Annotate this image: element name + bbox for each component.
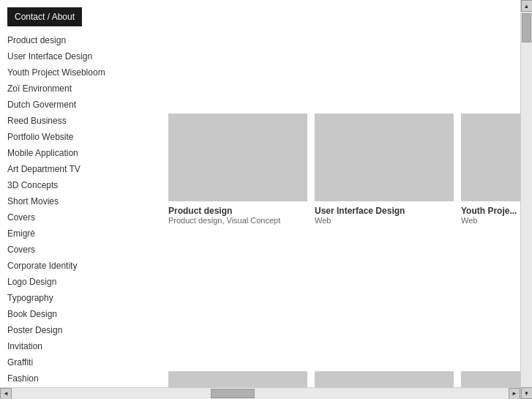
project-title-ui-design: User Interface Design [315,206,454,216]
sidebar-nav-item[interactable]: Short Movies [7,193,161,209]
scrollbar-right: ▲ ▼ [520,0,532,399]
sidebar-nav-item[interactable]: 3D Concepts [7,177,161,193]
project-title-product-design: Product design [168,206,307,216]
sidebar-nav-item[interactable]: Product design [7,32,161,48]
sidebar-nav-item[interactable]: User Interface Design [7,48,161,64]
scroll-down-button[interactable]: ▼ [521,387,533,399]
sidebar-header[interactable]: Contact / About [7,7,82,26]
scroll-bottom-thumb[interactable] [211,389,255,398]
sidebar-nav-item[interactable]: Book Design [7,306,161,322]
project-image-reed [461,371,520,387]
sidebar-nav-item[interactable]: Graffiti [7,354,161,370]
sidebar-nav-item[interactable]: Fashion [7,370,161,387]
project-row-1: Product design Product design, Visual Co… [168,113,513,225]
main-container: Contact / About Product designUser Inter… [0,0,532,399]
project-row-2: Zoï Environment Web Dutch Goverment Web … [168,371,513,387]
scroll-right-button[interactable]: ► [509,388,520,400]
sidebar-nav-item[interactable]: Zoï Environment [7,81,161,97]
sidebar-nav: Product designUser Interface DesignYouth… [7,32,161,387]
project-tag-youth: Web [461,216,520,225]
sidebar-nav-item[interactable]: Emigré [7,225,161,242]
project-title-youth: Youth Proje... [461,206,520,216]
scrollbar-bottom: ◄ ► [0,387,520,399]
project-image-zoi [168,371,307,387]
project-card-zoi[interactable]: Zoï Environment Web [168,371,307,387]
scroll-bottom-track[interactable] [12,388,509,399]
sidebar-nav-item[interactable]: Art Department TV [7,161,161,177]
sidebar-nav-item[interactable]: Typography [7,290,161,306]
sidebar-nav-item[interactable]: Corporate Identity [7,258,161,274]
project-card-product-design[interactable]: Product design Product design, Visual Co… [168,113,307,225]
project-tag-ui-design: Web [315,216,454,225]
project-card-ui-design[interactable]: User Interface Design Web [315,113,454,225]
sidebar-nav-item[interactable]: Dutch Goverment [7,97,161,113]
project-image-ui-design [315,113,454,201]
scroll-right-thumb[interactable] [522,13,531,42]
project-image-product-design [168,113,307,201]
sidebar-nav-item[interactable]: Poster Design [7,322,161,338]
project-card-dutch[interactable]: Dutch Goverment Web [315,371,454,387]
sidebar-nav-item[interactable]: Mobile Application [7,145,161,161]
main-content: Product design Product design, Visual Co… [161,0,520,387]
scroll-up-button[interactable]: ▲ [521,0,533,12]
content-area: Contact / About Product designUser Inter… [0,0,520,387]
project-image-dutch [315,371,454,387]
scroll-left-button[interactable]: ◄ [0,388,12,400]
sidebar-nav-item[interactable]: Covers [7,242,161,258]
sidebar-nav-item[interactable]: Portfolio Website [7,129,161,145]
scroll-right-track[interactable] [521,12,532,387]
sidebar-nav-item[interactable]: Covers [7,209,161,225]
sidebar-nav-item[interactable]: Youth Project Wisebloom [7,64,161,81]
project-card-reed[interactable]: Reed Busine... Web [461,371,520,387]
sidebar-nav-item[interactable]: Invitation [7,338,161,354]
project-image-youth [461,113,520,201]
sidebar: Contact / About Product designUser Inter… [0,0,161,387]
sidebar-nav-item[interactable]: Logo Design [7,274,161,290]
project-subtitle-product-design: Product design, Visual Concept [168,216,307,225]
sidebar-nav-item[interactable]: Reed Business [7,113,161,129]
project-card-youth[interactable]: Youth Proje... Web [461,113,520,225]
